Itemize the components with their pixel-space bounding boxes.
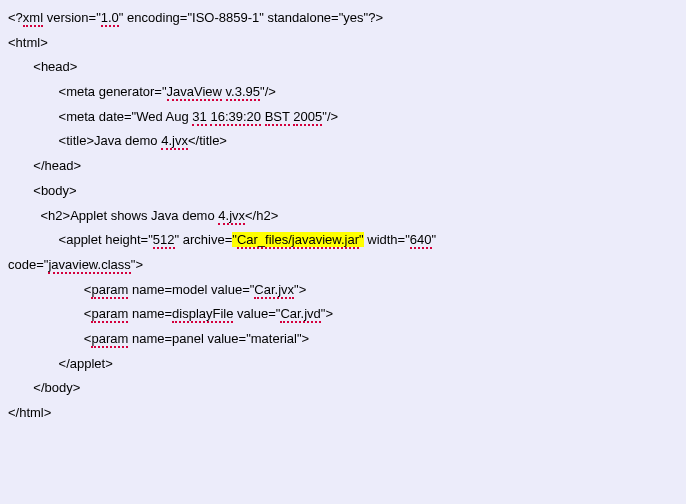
line-15: </applet>	[8, 356, 113, 371]
line-10: <applet height="512" archive="Car_files/…	[8, 232, 436, 249]
line-4: <meta generator="JavaView v.3.95"/>	[8, 84, 276, 101]
line-12: <param name=model value="Car.jvx">	[8, 282, 306, 299]
line-14: <param name=panel value="material">	[8, 331, 309, 348]
line-9: <h2>Applet shows Java demo 4.jvx</h2>	[8, 208, 278, 225]
line-16: </body>	[8, 380, 80, 395]
highlighted-archive-path: "Car_files/javaview.jar"	[232, 232, 363, 247]
line-7: </head>	[8, 158, 81, 173]
line-3: <head>	[8, 59, 77, 74]
line-17: </html>	[8, 405, 51, 420]
line-8: <body>	[8, 183, 77, 198]
line-11: code="javaview.class">	[8, 257, 143, 274]
line-5: <meta date="Wed Aug 31 16:39:20 BST 2005…	[8, 109, 338, 126]
line-1: <?xml version="1.0" encoding="ISO-8859-1…	[8, 10, 383, 27]
code-block: <?xml version="1.0" encoding="ISO-8859-1…	[8, 6, 678, 426]
line-13: <param name=displayFile value="Car.jvd">	[8, 306, 333, 323]
line-6: <title>Java demo 4.jvx</title>	[8, 133, 227, 150]
line-2: <html>	[8, 35, 48, 50]
